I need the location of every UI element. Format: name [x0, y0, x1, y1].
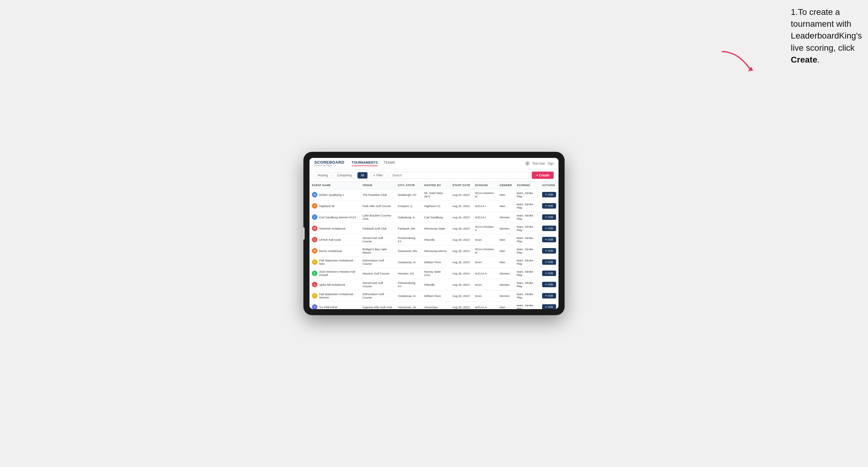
all-btn[interactable]: All [358, 172, 368, 179]
data-cell: Aug 28, 2023 [450, 256, 472, 268]
annotation-text: 1.To create a tournament with Leaderboar… [791, 6, 862, 66]
col-header-actions: ACTIONS [540, 182, 559, 189]
data-cell: Vincennes, IN [396, 302, 422, 309]
data-cell: NCAA Division III [472, 245, 497, 256]
event-icon: M [312, 248, 317, 253]
actions-cell: ✏ Edit [540, 245, 559, 256]
col-header-hosted-by: HOSTED BY [422, 182, 450, 189]
table-row: 22023 Women's Hesston Fall KickoffHessto… [309, 268, 559, 279]
event-name-cell: MMSMC Qualifying 1 [309, 189, 360, 200]
table-row: HHighland 36Park Hills Golf CourseFreepo… [309, 200, 559, 212]
col-header-scoring: SCORING [514, 182, 540, 189]
event-icon: 2 [312, 271, 317, 276]
event-icon: V [312, 304, 317, 309]
event-name-label: Maverick Invitational [319, 227, 345, 230]
search-input[interactable] [389, 172, 529, 179]
competing-btn[interactable]: Competing [334, 172, 355, 179]
data-cell: Men [497, 234, 514, 245]
event-icon: C [312, 214, 317, 220]
edit-button[interactable]: ✏ Edit [542, 259, 556, 265]
edit-button[interactable]: ✏ Edit [542, 271, 556, 276]
event-icon: u [312, 282, 317, 287]
edit-button[interactable]: ✏ Edit [542, 282, 556, 287]
tab-teams[interactable]: TEAMS [383, 161, 395, 166]
data-cell: StoneCrest Golf Course [360, 234, 396, 245]
col-header-division: DIVISION [472, 182, 497, 189]
edit-button[interactable]: ✏ Edit [542, 226, 556, 231]
data-cell: William Penn [422, 290, 450, 302]
data-cell: Murray State (OK) [422, 268, 450, 279]
tablet-screen: SCOREBOARD Powered by Clippit TOURNAMENT… [309, 158, 559, 309]
data-cell: Men [497, 245, 514, 256]
edit-button[interactable]: ✏ Edit [542, 237, 556, 242]
data-cell: Mt. Saint Mary (NY) [422, 189, 450, 200]
data-cell: The Powelton Club [360, 189, 396, 200]
nav-tabs: TOURNAMENTS TEAMS [352, 161, 518, 166]
edit-button[interactable]: ✏ Edit [542, 203, 556, 209]
data-cell: NCAA Division III [472, 189, 497, 200]
filter-btn[interactable]: ≡ Filter [370, 172, 386, 179]
event-name-cell: 22023 Women's Hesston Fall Kickoff [309, 268, 360, 279]
data-cell: Men [497, 200, 514, 212]
edit-button[interactable]: ✏ Edit [542, 304, 556, 309]
data-cell: Women [497, 279, 514, 290]
data-cell: Park Hills Golf Course [360, 200, 396, 212]
event-name-label: Carl Sandburg Women FA23 [319, 216, 356, 219]
data-cell: Aug 28, 2023 [450, 290, 472, 302]
data-cell: NAIA [472, 256, 497, 268]
event-icon: F [312, 259, 317, 265]
data-cell: Galesburg, IL [396, 212, 422, 223]
data-cell: team, Stroke Play [514, 234, 540, 245]
data-cell: Prestonsburg, KY [396, 279, 422, 290]
data-cell: team, Stroke Play [514, 200, 540, 212]
filter-icon: ≡ [373, 174, 375, 177]
event-name-cell: uupike fall invitational [309, 279, 360, 290]
data-cell: NCAA Division II [472, 223, 497, 234]
data-cell: Oskaloosa, IA [396, 256, 422, 268]
edit-button[interactable]: ✏ Edit [542, 293, 556, 299]
table-row: FFall Statesmen Invitational - MenEdmund… [309, 256, 559, 268]
data-cell: Aug 28, 2023 [450, 268, 472, 279]
data-cell: Aug 24, 2023 [450, 189, 472, 200]
event-name-cell: CCarl Sandburg Women FA23 [309, 212, 360, 223]
edit-button[interactable]: ✏ Edit [542, 192, 556, 197]
actions-cell: ✏ Edit [540, 279, 559, 290]
table-row: UUPIKE Fall InviteStoneCrest Golf Course… [309, 234, 559, 245]
data-cell: NJCAA II [472, 302, 497, 309]
data-cell: Hesston Golf Course [360, 268, 396, 279]
edit-button[interactable]: ✏ Edit [542, 214, 556, 220]
event-icon: H [312, 203, 317, 209]
actions-cell: ✏ Edit [540, 234, 559, 245]
edit-button[interactable]: ✏ Edit [542, 248, 556, 253]
data-cell: Prestonsburg, KY [396, 234, 422, 245]
event-name-cell: MMaverick Invitational [309, 223, 360, 234]
data-cell: Hesston, KS [396, 268, 422, 279]
hosting-btn[interactable]: Hosting [314, 172, 331, 179]
data-cell: team, Stroke Play [514, 290, 540, 302]
data-cell: NJCAA II [472, 268, 497, 279]
data-cell: Lake Bracken Country Club [360, 212, 396, 223]
tab-tournaments[interactable]: TOURNAMENTS [352, 161, 377, 166]
table-row: MMaverick InvitationalFaribault Golf Clu… [309, 223, 559, 234]
data-cell: Pikeville [422, 279, 450, 290]
annotation-cta: Create [791, 55, 817, 64]
arrow-graphic [719, 49, 756, 73]
tablet-device: SCOREBOARD Powered by Clippit TOURNAMENT… [303, 152, 565, 315]
col-header-start-date: START DATE [450, 182, 472, 189]
data-cell: Vincennes [422, 302, 450, 309]
data-cell: team, Stroke Play [514, 212, 540, 223]
side-button [303, 227, 305, 240]
create-button[interactable]: + Create [532, 172, 554, 179]
data-cell: Pikeville [422, 234, 450, 245]
gear-icon[interactable]: ⚙ [525, 161, 530, 166]
sign-label[interactable]: Sign [548, 162, 554, 165]
data-cell: Minnesota State [422, 223, 450, 234]
event-name-cell: HHighland 36 [309, 200, 360, 212]
actions-cell: ✏ Edit [540, 212, 559, 223]
event-icon: U [312, 237, 317, 242]
data-cell: Faribault, MN [396, 223, 422, 234]
actions-cell: ✏ Edit [540, 256, 559, 268]
table-body: MMSMC Qualifying 1The Powelton ClubNewbu… [309, 189, 559, 309]
event-name-label: Highland 36 [319, 204, 335, 208]
data-cell: team, Stroke Play [514, 189, 540, 200]
